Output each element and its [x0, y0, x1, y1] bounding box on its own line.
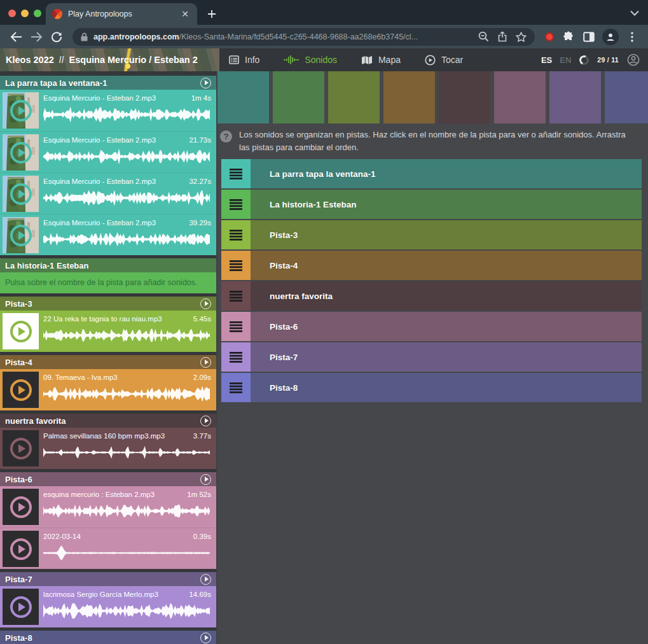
zoom-out-icon[interactable]: [478, 31, 489, 42]
sound-title: Palmas sevillanas 160 bpm mp3.mp3: [43, 432, 193, 440]
track-color-swatch[interactable]: [383, 71, 435, 123]
recording-indicator-icon[interactable]: [545, 32, 554, 41]
sound-item[interactable]: Esquina Mercurio - Esteban 2.mp321.73s: [0, 131, 216, 172]
play-sound-icon[interactable]: [10, 596, 32, 618]
loading-spinner: [578, 53, 590, 66]
account-icon[interactable]: [627, 53, 640, 66]
reload-button[interactable]: [47, 27, 66, 46]
track-row-bar[interactable]: La parra tapa la ventana-1: [251, 159, 642, 188]
track-row-bar[interactable]: Pista-8: [251, 373, 642, 402]
play-sound-icon[interactable]: [10, 183, 32, 205]
browser-tab[interactable]: Play Antropoloops ✕: [46, 3, 197, 25]
drag-handle-icon[interactable]: [221, 373, 251, 402]
language-toggle-en[interactable]: EN: [560, 55, 571, 65]
track-color-swatch[interactable]: [217, 71, 269, 123]
play-sound-icon[interactable]: [10, 142, 32, 164]
track-row-bar[interactable]: Pista-3: [251, 220, 642, 249]
track-section: Pista-322 Ua reka te tagnia to rau niau.…: [0, 297, 216, 352]
play-track-icon[interactable]: [200, 298, 211, 309]
drag-handle-icon[interactable]: [221, 190, 251, 219]
maximize-window-button[interactable]: [34, 10, 41, 17]
tab-tocar[interactable]: Tocar: [425, 55, 463, 66]
play-sound-icon[interactable]: [10, 321, 32, 342]
play-sound-icon[interactable]: [10, 538, 32, 560]
profile-avatar[interactable]: [602, 29, 619, 45]
minimize-window-button[interactable]: [21, 10, 29, 17]
play-track-icon[interactable]: [200, 78, 211, 88]
track-color-swatch[interactable]: [549, 71, 601, 123]
track-row-bar[interactable]: Pista-4: [251, 251, 642, 280]
tab-info[interactable]: Info: [229, 55, 259, 65]
window-controls[interactable]: [8, 10, 41, 17]
sound-item[interactable]: lacrimosa Sergio García Merlo.mp314.69s: [0, 586, 216, 627]
drag-handle-icon[interactable]: [221, 312, 251, 341]
new-tab-button[interactable]: [203, 6, 220, 22]
track-section-header[interactable]: Pista-3: [0, 297, 216, 311]
tab-sonidos[interactable]: Sonidos: [284, 55, 337, 65]
track-row-bar[interactable]: Pista-6: [251, 312, 642, 341]
play-sound-icon[interactable]: [10, 496, 32, 518]
track-color-swatch[interactable]: [273, 71, 324, 123]
track-section-header[interactable]: Pista-7: [0, 572, 216, 586]
track-row[interactable]: Pista-6: [221, 312, 642, 341]
nav-label: Tocar: [441, 55, 463, 65]
back-button[interactable]: [6, 27, 25, 46]
track-row[interactable]: Pista-8: [221, 373, 642, 402]
drag-handle-icon[interactable]: [221, 220, 251, 249]
track-section-header[interactable]: nuertra favorita: [0, 414, 216, 428]
track-row-bar[interactable]: Pista-7: [251, 342, 642, 372]
play-track-icon[interactable]: [200, 633, 211, 643]
share-icon[interactable]: [498, 31, 507, 42]
track-section-header[interactable]: Pista-4: [0, 355, 216, 369]
track-row[interactable]: Pista-3: [221, 220, 642, 249]
track-section-header[interactable]: La historia-1 Esteban: [0, 258, 216, 272]
close-window-button[interactable]: [8, 10, 16, 17]
sound-item[interactable]: Esquina Mercurio - Esteban 2.mp332.27s: [0, 172, 216, 214]
drag-handle-icon[interactable]: [221, 281, 251, 311]
play-track-icon[interactable]: [200, 416, 211, 426]
tab-close-icon[interactable]: ✕: [179, 9, 191, 19]
sound-item[interactable]: Palmas sevillanas 160 bpm mp3.mp33.77s: [0, 428, 216, 469]
language-toggle-es[interactable]: ES: [541, 55, 552, 65]
sound-item[interactable]: 2022-03-140.39s: [0, 528, 216, 569]
sound-title: Esquina Mercurio - Esteban 2.mp3: [43, 219, 189, 227]
bookmark-star-icon[interactable]: [516, 32, 527, 42]
tab-mapa[interactable]: Mapa: [361, 55, 401, 65]
sound-item[interactable]: 22 Ua reka te tagnia to rau niau.mp35.45…: [0, 311, 216, 352]
play-sound-icon[interactable]: [10, 379, 32, 401]
track-color-swatch[interactable]: [328, 71, 380, 123]
track-row[interactable]: Pista-4: [221, 251, 642, 280]
track-row[interactable]: nuertra favorita: [221, 281, 642, 311]
track-color-swatch[interactable]: [605, 71, 648, 123]
track-color-swatch[interactable]: [494, 71, 546, 123]
url-bar[interactable]: app.antropoloops.com/Kleos-Santa-Marina/…: [72, 28, 535, 46]
track-section-header[interactable]: La parra tapa la ventana-1: [0, 76, 216, 90]
play-sound-icon[interactable]: [10, 438, 32, 459]
tab-search-chevron-icon[interactable]: [630, 7, 639, 18]
play-sound-icon[interactable]: [10, 225, 32, 246]
track-row[interactable]: Pista-7: [221, 342, 642, 372]
browser-menu-icon[interactable]: [623, 27, 642, 46]
play-track-icon[interactable]: [200, 574, 211, 585]
drag-handle-icon[interactable]: [221, 159, 251, 188]
forward-button[interactable]: [27, 27, 46, 46]
track-section-header[interactable]: Pista-8: [0, 631, 216, 644]
sound-item[interactable]: esquina mercurio : Esteban 2.mp31m 52s: [0, 486, 216, 528]
track-row[interactable]: La parra tapa la ventana-1: [221, 159, 642, 188]
track-section-title: Pista-8: [5, 633, 200, 643]
track-color-swatch[interactable]: [439, 71, 490, 123]
extensions-puzzle-icon[interactable]: [559, 27, 578, 46]
side-panel-icon[interactable]: [579, 27, 598, 46]
play-sound-icon[interactable]: [10, 100, 32, 122]
play-track-icon[interactable]: [200, 474, 211, 485]
sound-item[interactable]: Esquina Mercurio - Esteban 2.mp339.29s: [0, 214, 216, 255]
track-row-bar[interactable]: nuertra favorita: [251, 281, 642, 311]
track-row[interactable]: La historia-1 Esteban: [221, 190, 642, 219]
sound-item[interactable]: 09. Temaeva - Iva.mp32.09s: [0, 369, 216, 410]
drag-handle-icon[interactable]: [221, 342, 251, 372]
drag-handle-icon[interactable]: [221, 251, 251, 280]
play-track-icon[interactable]: [200, 357, 211, 368]
track-row-bar[interactable]: La historia-1 Esteban: [251, 190, 642, 219]
sound-item[interactable]: Esquina Mercurio - Esteban 2.mp31m 4s: [0, 90, 216, 131]
track-section-header[interactable]: Pista-6: [0, 472, 216, 486]
